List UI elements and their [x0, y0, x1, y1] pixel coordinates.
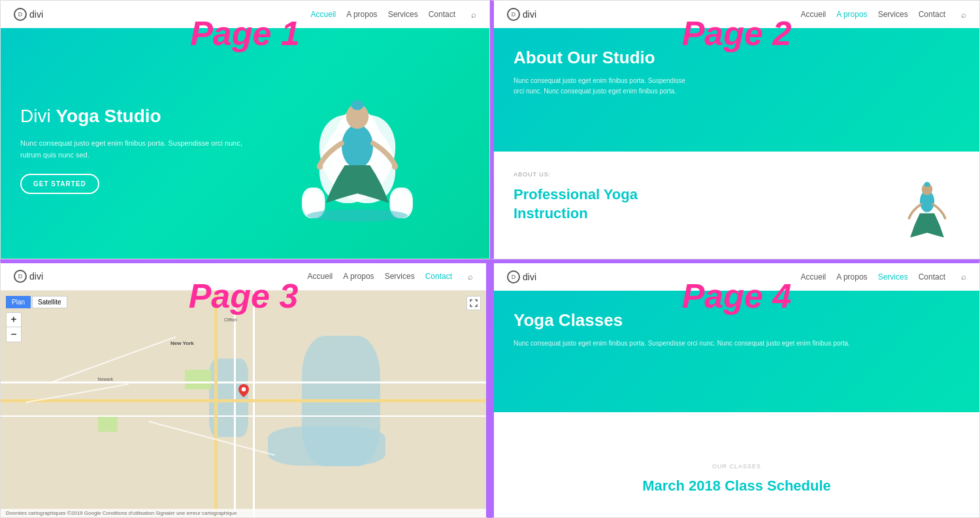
- nav-services-p3[interactable]: Services: [385, 272, 415, 281]
- nav-services-p1[interactable]: Services: [388, 10, 418, 19]
- logo-page4: D divi: [507, 270, 536, 283]
- search-icon-p2[interactable]: ⌕: [961, 10, 966, 20]
- professional-title-line1: Professional Yoga: [514, 186, 881, 204]
- map-water-south: [268, 427, 385, 466]
- logo-text-p3: divi: [29, 271, 43, 282]
- map-container[interactable]: New York Newark Clifton Plan Satellite +…: [1, 291, 486, 518]
- svg-point-7: [342, 125, 373, 169]
- map-highway-h: [1, 399, 486, 402]
- map-road-h1: [1, 381, 486, 383]
- professional-yoga-title: Professional Yoga Instruction: [514, 186, 881, 223]
- map-park2: [98, 415, 118, 432]
- logo-text: divi: [29, 9, 43, 20]
- zoom-in-button[interactable]: +: [7, 313, 21, 327]
- page3-label: Page 3: [189, 276, 299, 316]
- hero-title: Divi Yoga Studio: [20, 105, 245, 127]
- nav-services-p4[interactable]: Services: [878, 272, 908, 282]
- map-controls: Plan Satellite + −: [6, 296, 67, 342]
- nav-contact-p3[interactable]: Contact: [425, 272, 452, 281]
- logo-text-p2: divi: [523, 9, 536, 20]
- logo-icon-p4: D: [507, 270, 520, 283]
- nav-apropos-p4[interactable]: A propos: [836, 272, 867, 282]
- march-schedule-title: March 2018 Class Schedule: [642, 478, 831, 494]
- svg-point-19: [241, 387, 246, 391]
- about-us-label: ABOUT US:: [514, 171, 881, 178]
- expand-icon: [470, 299, 478, 307]
- map-label-newyork: New York: [171, 340, 194, 346]
- logo-icon-p2: D: [507, 8, 520, 21]
- map-road-h2: [1, 415, 486, 417]
- nav-accueil-p4[interactable]: Accueil: [801, 272, 826, 282]
- nav-links-page2: Accueil A propos Services Contact ⌕: [801, 10, 966, 20]
- about-studio-desc: Nunc consequat justo eget enim finibus p…: [514, 76, 696, 97]
- nav-apropos-p2[interactable]: A propos: [836, 10, 867, 19]
- nav-links-page1: Accueil A propos Services Contact ⌕: [311, 10, 476, 20]
- nav-contact-p1[interactable]: Contact: [429, 10, 455, 19]
- search-icon-p4[interactable]: ⌕: [961, 272, 966, 282]
- map-tab-satellite[interactable]: Satellite: [32, 296, 67, 308]
- map-footer: Données cartographiques ©2019 Google Con…: [1, 509, 486, 517]
- hero-section: Divi Yoga Studio Nunc consequat justo eg…: [1, 28, 489, 259]
- map-copyright: Données cartographiques ©2019 Google Con…: [6, 510, 237, 516]
- hero-text: Divi Yoga Studio Nunc consequat justo eg…: [20, 105, 245, 194]
- nav-contact-p4[interactable]: Contact: [919, 272, 945, 282]
- page-3: D divi Accueil A propos Services Contact…: [0, 259, 490, 519]
- page-2: D divi Accueil A propos Services Contact…: [490, 0, 980, 259]
- logo-page1: D divi: [14, 8, 43, 21]
- nav-services-p2[interactable]: Services: [878, 10, 908, 19]
- page2-bottom-text: ABOUT US: Professional Yoga Instruction: [514, 171, 881, 223]
- yoga-figure-svg: [292, 71, 423, 228]
- page1-label: Page 1: [190, 14, 300, 53]
- map-highway-v: [214, 291, 218, 518]
- nav-apropos-p1[interactable]: A propos: [346, 10, 377, 19]
- svg-point-12: [307, 209, 408, 221]
- page2-bottom-section: ABOUT US: Professional Yoga Instruction: [494, 152, 979, 259]
- nav-apropos-p3[interactable]: A propos: [343, 272, 374, 281]
- map-tab-row: Plan Satellite: [6, 296, 67, 308]
- svg-point-10: [317, 163, 323, 170]
- search-icon-p1[interactable]: ⌕: [471, 10, 476, 20]
- map-label-newark: Newark: [98, 377, 114, 381]
- our-classes-label: OUR CLASSES: [712, 463, 761, 470]
- svg-point-18: [924, 182, 930, 187]
- page4-label: Page 4: [682, 276, 792, 316]
- nav-contact-p2[interactable]: Contact: [919, 10, 945, 19]
- logo-icon-p3: D: [14, 270, 27, 283]
- map-road-v1: [234, 291, 236, 518]
- map-road-v2: [253, 291, 255, 518]
- page4-bottom-section: OUR CLASSES March 2018 Class Schedule: [494, 412, 979, 518]
- svg-point-9: [351, 100, 363, 110]
- yoga-classes-desc: Nunc consequat justo eget enim finibus p…: [514, 338, 960, 349]
- map-zoom-controls: + −: [6, 312, 22, 342]
- logo-page2: D divi: [507, 8, 536, 21]
- search-icon-p3[interactable]: ⌕: [468, 272, 473, 282]
- page-4: D divi Accueil A propos Services Contact…: [490, 259, 980, 519]
- page2-yoga-figure: [894, 171, 960, 250]
- map-pin: [238, 384, 249, 397]
- map-diag-road1: [53, 336, 176, 382]
- nav-accueil-p1[interactable]: Accueil: [311, 10, 336, 19]
- map-label-clifton: Clifton: [224, 317, 237, 322]
- map-background: New York Newark Clifton: [1, 291, 486, 518]
- nav-links-page4: Accueil A propos Services Contact ⌕: [801, 272, 966, 282]
- hero-description: Nunc consequat justo eget enim finibus p…: [20, 138, 245, 161]
- page2-label: Page 2: [682, 14, 792, 53]
- svg-point-11: [392, 163, 399, 170]
- logo-icon: D: [14, 8, 27, 21]
- hero-title-bold: Yoga Studio: [56, 106, 161, 126]
- nav-links-page3: Accueil A propos Services Contact ⌕: [308, 272, 473, 282]
- map-expand-button[interactable]: [466, 296, 481, 310]
- zoom-out-button[interactable]: −: [7, 327, 21, 342]
- nav-accueil-p3[interactable]: Accueil: [308, 272, 333, 281]
- map-park1: [185, 370, 211, 389]
- map-tab-plan[interactable]: Plan: [6, 296, 31, 308]
- hero-title-plain: Divi: [20, 106, 56, 126]
- nav-accueil-p2[interactable]: Accueil: [801, 10, 826, 19]
- logo-page3: D divi: [14, 270, 43, 283]
- logo-text-p4: divi: [523, 272, 536, 282]
- professional-title-line2: Instruction: [514, 204, 881, 223]
- hero-image: [245, 71, 470, 228]
- get-started-button[interactable]: GET STARTED: [20, 174, 99, 194]
- page-1: D divi Accueil A propos Services Contact…: [0, 0, 490, 259]
